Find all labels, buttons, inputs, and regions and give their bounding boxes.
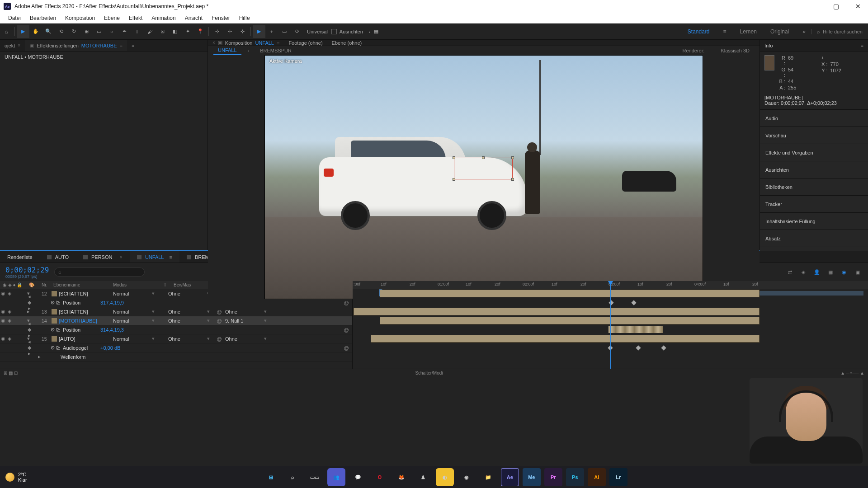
panel-libraries[interactable]: Bibliotheken [760,178,868,195]
renderqueue-tab[interactable]: Renderliste [0,251,40,263]
project-tab[interactable]: ojekt× [0,40,25,51]
weather-widget[interactable]: 2°C Klar [5,472,27,483]
orbit-tool[interactable]: ⟲ [55,25,67,38]
panel-content-aware[interactable]: Inhaltsbasierte Füllung [760,212,868,230]
type-tool[interactable]: T [131,25,143,38]
pen-tool[interactable]: ✒ [118,25,131,38]
workspace-lernen[interactable]: Lernen [740,28,757,35]
add-vertex-icon[interactable]: + [265,25,278,38]
menu-datei[interactable]: Datei [4,15,25,21]
zoom-slider[interactable]: ▲ ─○── ▲ [840,371,864,375]
align-checkbox[interactable] [331,29,337,34]
workspace-overflow-icon[interactable]: » [802,28,806,35]
current-timecode[interactable]: 0;00;02;29 [5,266,49,274]
tab-menu-icon[interactable]: ≡ [120,43,123,48]
menu-fenster[interactable]: Fenster [207,15,235,21]
explorer-icon[interactable]: 📁 [479,468,497,486]
menu-animation[interactable]: Animation [147,15,180,21]
workspace-menu-icon[interactable]: ≡ [723,28,726,35]
playhead[interactable] [610,281,611,369]
draft3d-icon[interactable]: ◈ [798,267,808,277]
rect-tool[interactable]: ▭ [93,25,105,38]
layer-row-14[interactable]: ◉◈ ▾ 14 [MOTORHAUBE] Normal▾ Ohne▾ @ 9. … [0,316,352,325]
footage-tab[interactable]: Footage (ohne) [284,40,327,46]
tab-unfall[interactable]: UNFALL≡ [130,251,179,263]
menu-effekt[interactable]: Effekt [124,15,147,21]
comp-tab[interactable]: × ▣ Komposition UNFALL ≡ [208,40,284,46]
subtab-bremsspur[interactable]: BREMSSPUR [255,47,296,55]
panel-paragraph[interactable]: Absatz [760,230,868,247]
opera-icon[interactable]: O [371,468,389,486]
close-button[interactable]: ✕ [852,3,864,10]
frame-blend-icon[interactable]: ▦ [826,267,835,277]
selection-box[interactable] [454,158,513,179]
rotation-tool[interactable]: ↻ [67,25,80,38]
roto-tool[interactable]: ✦ [181,25,194,38]
motion-blur-icon[interactable]: ◉ [839,267,849,277]
lightroom-icon[interactable]: Lr [609,468,627,486]
layer-row-13[interactable]: ◉◈ ▸ 13 [SCHATTEN] Normal▾ Ohne▾ @ Ohne▾ [0,307,352,316]
whatsapp-icon[interactable]: 💬 [349,468,367,486]
visibility-icon[interactable]: ◉ [0,291,6,296]
local-axis-icon[interactable]: ⊹ [211,25,223,38]
convert-icon[interactable]: ▭ [278,25,291,38]
menu-ansicht[interactable]: Ansicht [180,15,207,21]
obs-icon[interactable]: ◉ [458,468,476,486]
illustrator-icon[interactable]: Ai [588,468,606,486]
search-placeholder[interactable]: Hilfe durchsuchen [823,29,863,34]
view-axis-icon[interactable]: ⊹ [236,25,249,38]
search-taskbar-icon[interactable]: ⌕ [284,468,302,486]
hide-shy-icon[interactable]: 👤 [812,267,822,277]
layer-row-15-waveform[interactable]: ▸ Wellenform [0,352,352,361]
layer-row-15[interactable]: ◉◈ ▾ 15 [AUTO] Normal▾ Ohne▾ @ Ohne▾ [0,334,352,343]
lock-icon[interactable]: ▣ [29,42,34,48]
media-encoder-icon[interactable]: Me [523,468,541,486]
layer-row-14-position[interactable]: ◂ ◆ ▸ ⊙ ⊵ Position 314,4,19,3 @ [0,325,352,334]
home-tool[interactable]: ⌂ [0,25,13,38]
anchor-tool[interactable]: ⊞ [80,25,93,38]
menu-ebene[interactable]: Ebene [99,15,124,21]
panel-vorschau[interactable]: Vorschau [760,127,868,144]
ellipse-tool[interactable]: ○ [105,25,118,38]
tab-person[interactable]: PERSON× [76,251,130,263]
layer-row-12-position[interactable]: ◂ ◆ ▸ ⊙ ⊵ Position 317,4,19,9 @ [0,298,352,307]
snap-icon[interactable]: ⭏ [368,29,371,34]
firefox-icon[interactable]: 🦊 [392,468,410,486]
viewport[interactable]: Aktive Kamera [208,55,760,299]
chess-icon[interactable]: ♟ [414,468,432,486]
panel-align[interactable]: Ausrichten [760,161,868,178]
refresh-icon[interactable]: ⟳ [291,25,303,38]
layer-tab[interactable]: Ebene (ohne) [327,40,367,46]
zoom-tool[interactable]: 🔍 [42,25,55,38]
task-view-icon[interactable]: ▭▭ [306,468,324,486]
photoshop-icon[interactable]: Ps [566,468,584,486]
selection2-icon[interactable]: ▶ [253,25,265,38]
effect-controls-tab[interactable]: ▣ Effekteinstellungen MOTORHAUBE ≡ [25,40,127,51]
layer-row-15-audio[interactable]: ◂ ◆ ▸ ⊙ ⊵ Audiopegel +0,00 dB @ [0,343,352,352]
after-effects-icon[interactable]: Ae [501,468,519,486]
maximize-button[interactable]: ▢ [830,3,843,10]
premiere-icon[interactable]: Pr [544,468,562,486]
panel-tracker[interactable]: Tracker [760,195,868,212]
tab-auto[interactable]: AUTO [40,251,76,263]
selection-tool[interactable]: ▶ [17,25,29,38]
menu-bearbeiten[interactable]: Bearbeiten [25,15,61,21]
menu-hilfe[interactable]: Hilfe [235,15,255,21]
graph-editor-icon[interactable]: ▣ [853,267,863,277]
panel-effects-presets[interactable]: Effekte und Vorgaben [760,144,868,161]
overflow-tab[interactable]: » [127,40,139,51]
puppet-tool[interactable]: 📍 [194,25,207,38]
timeline-tracks[interactable]: :00f 10f 20f 01:00f 10f 20f 02:00f 10f 2… [353,281,868,369]
brush-tool[interactable]: 🖌 [143,25,156,38]
snap-icon2[interactable]: ▦ [374,28,378,34]
renderer-value[interactable]: Klassisch 3D [716,47,754,55]
clone-tool[interactable]: ⊡ [156,25,169,38]
layer-search[interactable]: ⌕ [54,267,145,277]
workspace-original[interactable]: Original [770,28,789,35]
minimize-button[interactable]: — [807,3,821,10]
world-axis-icon[interactable]: ⊹ [223,25,236,38]
comp-flowchart-icon[interactable]: ⇄ [785,267,795,277]
info-panel-header[interactable]: Info ≡ [760,40,868,52]
app-icon-2[interactable]: ◐ [436,468,454,486]
subtab-unfall[interactable]: UNFALL [213,46,241,55]
